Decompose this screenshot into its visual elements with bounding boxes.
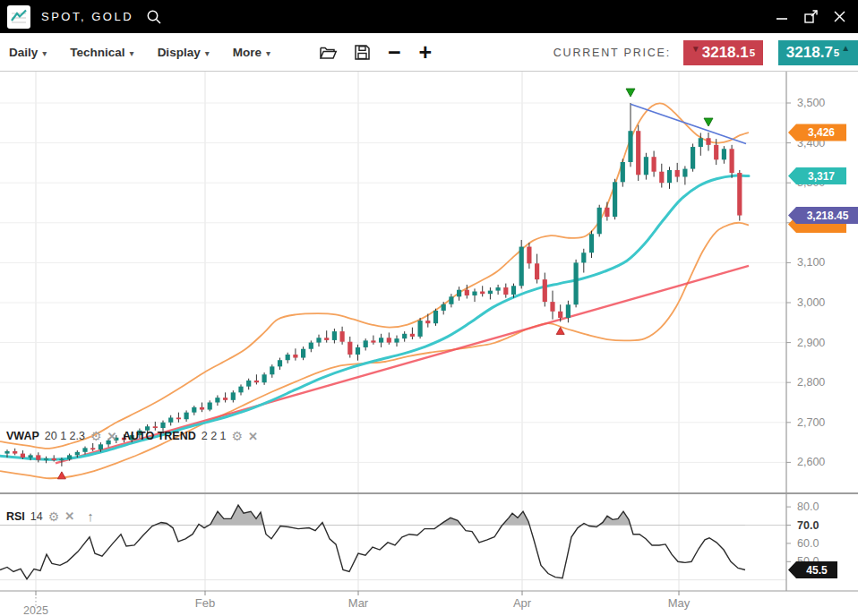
- gear-icon[interactable]: ⚙: [232, 430, 244, 442]
- rsi-plot: [0, 505, 745, 579]
- svg-text:80.0: 80.0: [797, 500, 819, 513]
- price-chart[interactable]: 3,5003,4003,3003,2003,1003,0002,9002,800…: [0, 72, 858, 616]
- svg-text:3,317: 3,317: [808, 170, 835, 183]
- chevron-down-icon: ▾: [42, 47, 47, 58]
- instrument-title: SPOT, GOLD: [41, 10, 133, 23]
- app-logo-icon: [7, 5, 30, 29]
- sell-arrow-icon: [704, 118, 713, 126]
- ask-pip: 5: [834, 47, 839, 58]
- minimize-button[interactable]: [770, 5, 794, 29]
- zoom-in-button[interactable]: +: [419, 41, 433, 64]
- svg-text:2,600: 2,600: [797, 456, 825, 468]
- chevron-down-icon: ▾: [266, 47, 270, 58]
- indicator-params: 14: [30, 510, 43, 523]
- gear-icon[interactable]: ⚙: [90, 430, 102, 442]
- svg-text:3,000: 3,000: [797, 296, 825, 309]
- trade-signals: [57, 89, 713, 479]
- svg-text:3,500: 3,500: [797, 97, 825, 109]
- indicator-params: 2 2 1: [202, 430, 227, 442]
- toolbar: Daily ▾ Technical ▾ Display ▾ More ▾: [0, 33, 858, 72]
- svg-text:70.0: 70.0: [797, 519, 819, 532]
- close-button[interactable]: [828, 5, 851, 29]
- sell-arrow-icon: [626, 89, 635, 97]
- current-price-label: CURRENT PRICE:: [553, 47, 671, 59]
- svg-text:60.0: 60.0: [797, 537, 819, 550]
- svg-text:May: May: [668, 596, 691, 610]
- svg-text:3,100: 3,100: [797, 256, 825, 269]
- trading-app-window: SPOT, GOLD Daily: [0, 0, 858, 616]
- bid-price: 3218.1: [702, 44, 749, 62]
- menu-display[interactable]: Display ▾: [158, 46, 210, 59]
- indicator-chip-vwap: VWAP 20 1 2.3 ⚙ ✕: [6, 430, 116, 442]
- remove-indicator-icon[interactable]: ✕: [248, 431, 258, 442]
- indicator-chip-auto-trend: AUTO TREND 2 2 1 ⚙ ✕: [123, 430, 258, 442]
- remove-indicator-icon[interactable]: ✕: [64, 510, 74, 522]
- gear-icon[interactable]: ⚙: [48, 510, 60, 523]
- remove-indicator-icon[interactable]: ✕: [107, 431, 117, 442]
- bid-pip: 5: [750, 47, 755, 58]
- menu-timeframe[interactable]: Daily ▾: [9, 46, 47, 59]
- grid: [0, 72, 786, 591]
- menu-technical[interactable]: Technical ▾: [70, 46, 133, 59]
- indicator-params: 20 1 2.3: [45, 430, 85, 442]
- move-pane-up-icon[interactable]: ↑: [87, 509, 94, 523]
- svg-text:2025: 2025: [23, 604, 48, 616]
- search-icon[interactable]: [146, 9, 162, 25]
- current-price-cluster: CURRENT PRICE: ▼ 3218.1 5 3218.7 5 ▲: [553, 33, 858, 72]
- title-bar: SPOT, GOLD: [0, 0, 858, 33]
- bid-price-badge: ▼ 3218.1 5: [683, 40, 763, 65]
- ask-price-badge: 3218.7 5 ▲: [778, 40, 858, 65]
- save-icon[interactable]: [354, 44, 371, 61]
- svg-text:Feb: Feb: [195, 596, 215, 610]
- chevron-down-icon: ▾: [130, 47, 134, 58]
- candlestick-series: [4, 103, 742, 466]
- ask-price: 3218.7: [786, 44, 833, 62]
- buy-arrow-icon: [57, 472, 65, 479]
- svg-text:2,900: 2,900: [797, 337, 825, 349]
- vwap-line: [0, 175, 749, 459]
- open-folder-icon[interactable]: [319, 44, 338, 61]
- popout-window-button[interactable]: [799, 5, 822, 29]
- svg-text:Apr: Apr: [513, 596, 532, 610]
- chevron-down-icon: ▾: [205, 47, 210, 58]
- zoom-out-button[interactable]: −: [388, 41, 401, 64]
- svg-text:45.5: 45.5: [806, 564, 828, 577]
- indicator-name: RSI: [6, 510, 25, 523]
- price-up-icon: ▲: [841, 43, 850, 53]
- svg-text:Mar: Mar: [348, 596, 369, 610]
- indicator-name: AUTO TREND: [123, 430, 196, 442]
- svg-text:2,700: 2,700: [797, 416, 825, 429]
- indicator-name: VWAP: [6, 430, 39, 442]
- price-down-icon: ▼: [691, 44, 700, 54]
- svg-text:3,218.45: 3,218.45: [807, 210, 849, 222]
- svg-text:2,800: 2,800: [797, 376, 825, 389]
- trendline-resistance: [631, 104, 746, 143]
- menu-more[interactable]: More ▾: [233, 46, 270, 59]
- indicator-chip-rsi: RSI 14 ⚙ ✕ ↑: [6, 509, 94, 523]
- svg-text:3,426: 3,426: [808, 126, 835, 139]
